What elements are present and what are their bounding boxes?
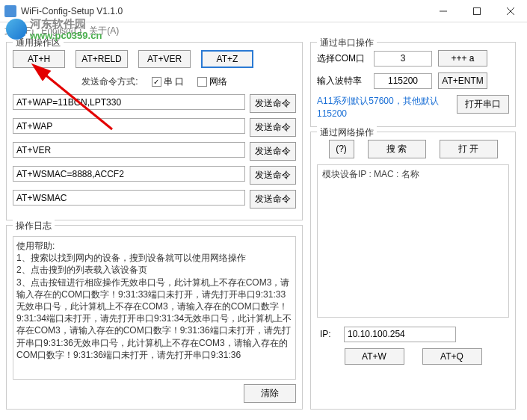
at-q-button[interactable]: AT+Q: [422, 348, 482, 365]
maximize-button[interactable]: [460, 1, 493, 22]
plus-a-button[interactable]: +++ a: [438, 50, 487, 67]
window-title: WiFi-Config-Setup V1.1.0: [21, 6, 426, 16]
ip-input[interactable]: [344, 327, 456, 342]
at-reld-button[interactable]: AT+RELD: [75, 50, 128, 68]
serial-note: A11系列默认57600，其他默认115200: [317, 95, 451, 120]
baud-input[interactable]: [374, 73, 432, 89]
device-listbox[interactable]: 模块设备IP : MAC : 名称: [317, 164, 509, 318]
menu-file[interactable]: 文件(F): [4, 25, 34, 37]
cmd-input-4[interactable]: [13, 190, 245, 206]
menu-about[interactable]: 关于(A): [89, 25, 119, 37]
svg-rect-1: [473, 7, 480, 14]
serial-checkbox[interactable]: ✓串 口: [152, 75, 184, 88]
serial-panel-group: 通过串口操作 选择COM口 +++ a 输入波特率 AT+ENTM A11系列默…: [310, 42, 516, 127]
log-textarea[interactable]: 使用帮助: 1、搜索以找到网内的设备，搜到设备就可以使用网络操作 2、点击搜到的…: [13, 236, 296, 380]
com-label: 选择COM口: [317, 52, 368, 65]
cmd-input-1[interactable]: [13, 118, 245, 134]
log-title: 操作日志: [13, 220, 55, 232]
open-net-button[interactable]: 打 开: [440, 140, 498, 158]
network-panel-title: 通过网络操作: [317, 126, 377, 139]
app-icon: [4, 5, 16, 17]
log-line: 2、点击搜到的列表载入该设备页: [16, 264, 292, 276]
send-mode-label: 发送命令方式:: [81, 75, 138, 88]
ip-label: IP:: [320, 329, 338, 339]
minimize-button[interactable]: [426, 1, 460, 22]
cmd-input-2[interactable]: [13, 142, 245, 158]
network-panel-group: 通过网络操作 (?) 搜 索 打 开 模块设备IP : MAC : 名称 IP:…: [310, 132, 516, 410]
send-cmd-button-3[interactable]: 发送命令: [250, 166, 296, 185]
close-button[interactable]: [493, 1, 527, 22]
at-z-button[interactable]: AT+Z: [201, 50, 253, 68]
at-w-button[interactable]: AT+W: [345, 348, 404, 365]
at-ver-button[interactable]: AT+VER: [138, 50, 191, 68]
send-cmd-button-0[interactable]: 发送命令: [250, 94, 296, 113]
baud-label: 输入波特率: [317, 75, 368, 87]
com-input[interactable]: [374, 51, 432, 67]
common-area-title: 通用操作区: [13, 37, 64, 49]
serial-panel-title: 通过串口操作: [317, 37, 377, 49]
clear-log-button[interactable]: 清除: [244, 384, 296, 403]
open-serial-button[interactable]: 打开串口: [457, 95, 509, 114]
log-line: 3、点击按钮进行相应操作无效串口号，此计算机上不存在COM3，请输入存在的COM…: [16, 277, 292, 361]
search-button[interactable]: 搜 索: [368, 140, 426, 158]
help-button[interactable]: (?): [329, 140, 354, 158]
send-cmd-button-1[interactable]: 发送命令: [250, 118, 296, 137]
common-area-group: 通用操作区 AT+H AT+RELD AT+VER AT+Z 发送命令方式: ✓…: [6, 42, 303, 220]
send-cmd-button-2[interactable]: 发送命令: [250, 142, 296, 161]
log-line: 1、搜索以找到网内的设备，搜到设备就可以使用网络操作: [16, 252, 292, 264]
at-entm-button[interactable]: AT+ENTM: [438, 72, 487, 89]
menu-language[interactable]: English(L): [41, 25, 81, 36]
cmd-input-3[interactable]: [13, 166, 245, 182]
network-checkbox[interactable]: 网络: [197, 75, 227, 88]
device-list-header: 模块设备IP : MAC : 名称: [322, 168, 504, 181]
cmd-input-0[interactable]: [13, 94, 245, 110]
at-h-button[interactable]: AT+H: [13, 50, 65, 68]
send-cmd-button-4[interactable]: 发送命令: [250, 190, 296, 209]
log-help-title: 使用帮助:: [16, 240, 292, 252]
log-group: 操作日志 使用帮助: 1、搜索以找到网内的设备，搜到设备就可以使用网络操作 2、…: [6, 225, 303, 410]
